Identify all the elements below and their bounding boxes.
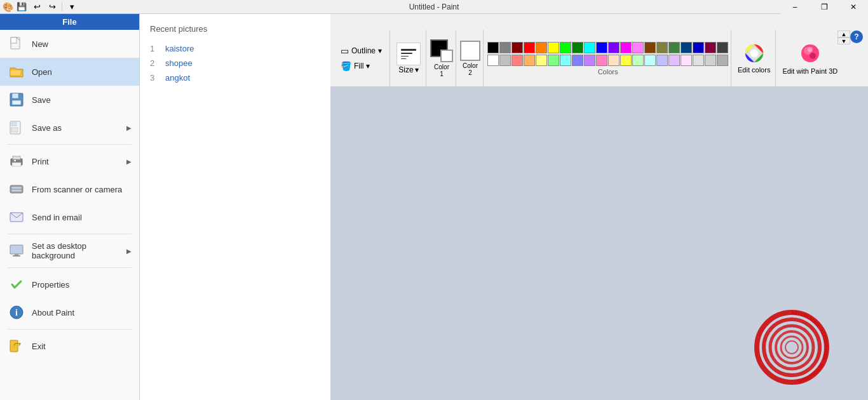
swatch-hotpink[interactable]	[596, 55, 607, 66]
file-menu-header[interactable]: File	[0, 14, 139, 30]
swatch-yellow[interactable]	[548, 42, 559, 53]
swatch-red[interactable]	[524, 42, 535, 53]
swatch-brown[interactable]	[644, 42, 656, 53]
swatch-gray[interactable]	[499, 42, 511, 53]
size-button[interactable]	[397, 43, 421, 65]
scanner-label: From scanner or camera	[32, 185, 132, 194]
save-quick-btn[interactable]: 💾	[15, 1, 29, 13]
swatch-lightyellow[interactable]	[536, 55, 547, 66]
color1-label: Color1	[434, 63, 449, 77]
outline-btn[interactable]: ▭ Outline ▾	[338, 44, 384, 57]
swatch-lightgray[interactable]	[693, 55, 704, 66]
swatch-darkgray[interactable]	[717, 42, 728, 53]
svg-point-7	[764, 319, 820, 375]
open-icon	[8, 63, 25, 81]
swatch-lightgreen[interactable]	[548, 55, 559, 66]
color1-swatch[interactable]	[430, 39, 453, 62]
recent-title: Recent pictures	[150, 24, 320, 34]
fill-icon: 🪣	[341, 61, 351, 71]
recent-name-1[interactable]: kaistore	[165, 44, 194, 53]
save-label: Save	[32, 95, 132, 105]
swatch-cyan[interactable]	[584, 42, 595, 53]
size-chevron-icon: ▾	[415, 65, 419, 74]
close-btn[interactable]: ✕	[839, 0, 868, 14]
menu-item-exit[interactable]: Exit	[0, 332, 139, 360]
redo-btn[interactable]: ↪	[45, 1, 59, 13]
swatch-lightred[interactable]	[512, 55, 523, 66]
swatch-olive[interactable]	[656, 42, 668, 53]
svg-point-1	[750, 50, 758, 57]
svg-text:i: i	[15, 308, 18, 317]
menu-item-about[interactable]: i About Paint	[0, 298, 139, 326]
swatch-white[interactable]	[487, 55, 499, 66]
new-icon	[8, 35, 25, 53]
title-bar: 🎨 💾 ↩ ↪ ▾ Untitled - Paint – ❐ ✕	[0, 0, 868, 14]
swatch-black[interactable]	[487, 42, 499, 53]
color1-group: Color1	[428, 30, 456, 87]
recent-name-2[interactable]: shopee	[165, 58, 193, 68]
swatch-gainsboro[interactable]	[705, 55, 716, 66]
svg-rect-16	[12, 93, 18, 98]
swatch-blue[interactable]	[596, 42, 607, 53]
ribbon-up-btn[interactable]: ▲	[837, 30, 850, 37]
swatch-peach[interactable]	[524, 55, 535, 66]
menu-item-new[interactable]: New	[0, 30, 139, 58]
menu-overlay: File New Open	[0, 14, 330, 400]
swatch-darkpurple[interactable]	[705, 42, 716, 53]
svg-point-10	[781, 337, 803, 358]
paint-icon: 🎨	[3, 2, 13, 12]
outline-icon: ▭	[341, 46, 349, 56]
swatch-silver[interactable]	[499, 55, 511, 66]
swatch-brightyellow[interactable]	[620, 55, 632, 66]
fill-btn[interactable]: 🪣 Fill ▾	[338, 60, 384, 72]
menu-item-print[interactable]: Print ▶	[0, 147, 139, 175]
dropdown-btn[interactable]: ▾	[65, 1, 79, 13]
swatch-mintgreen[interactable]	[632, 55, 644, 66]
swatch-lime[interactable]	[560, 42, 571, 53]
swatch-darksilver[interactable]	[717, 55, 728, 66]
qa-separator	[62, 3, 62, 11]
menu-item-desktop-bg[interactable]: Set as desktop background ▶	[0, 237, 139, 265]
swatch-orange[interactable]	[536, 42, 547, 53]
menu-item-properties[interactable]: Properties	[0, 270, 139, 298]
minimize-btn[interactable]: –	[780, 0, 810, 14]
recent-num-2: 2	[150, 58, 160, 68]
menu-item-scanner[interactable]: From scanner or camera	[0, 175, 139, 203]
menu-item-email[interactable]: Send in email	[0, 203, 139, 231]
edit-colors-button[interactable]: Edit colors	[733, 30, 776, 87]
swatch-darkgreen[interactable]	[668, 42, 680, 53]
swatch-periwinkle[interactable]	[656, 55, 668, 66]
window-controls: – ❐ ✕	[780, 0, 868, 14]
file-menu: File New Open	[0, 14, 140, 400]
color2-swatch[interactable]	[460, 41, 480, 61]
swatch-lightblue[interactable]	[572, 55, 583, 66]
swatch-skin[interactable]	[608, 55, 620, 66]
window-title: Untitled - Paint	[409, 3, 459, 11]
swatch-blush[interactable]	[681, 55, 692, 66]
recent-name-3[interactable]: angkot	[165, 73, 190, 83]
menu-item-save-as[interactable]: Save as ▶	[0, 114, 139, 142]
undo-btn[interactable]: ↩	[30, 1, 44, 13]
swatch-lilac[interactable]	[668, 55, 680, 66]
size-group: Size ▾	[391, 30, 426, 87]
swatch-lightcyan[interactable]	[560, 55, 571, 66]
maximize-btn[interactable]: ❐	[810, 0, 839, 14]
swatch-green[interactable]	[572, 42, 583, 53]
color1-background	[440, 50, 453, 62]
recent-item-2[interactable]: 2 shopee	[150, 56, 320, 70]
swatch-navyblue[interactable]	[681, 42, 692, 53]
edit-with-paint3d-button[interactable]: Edit with Paint 3D	[777, 30, 843, 87]
swatch-maroon[interactable]	[512, 42, 523, 53]
menu-item-save[interactable]: Save	[0, 86, 139, 114]
menu-item-open[interactable]: Open	[0, 58, 139, 86]
recent-item-1[interactable]: 1 kaistore	[150, 41, 320, 56]
swatch-purple[interactable]	[608, 42, 620, 53]
swatch-darkblue[interactable]	[693, 42, 704, 53]
swatch-lavender[interactable]	[584, 55, 595, 66]
swatch-lightaqua[interactable]	[644, 55, 656, 66]
swatch-pink[interactable]	[632, 42, 644, 53]
recent-item-3[interactable]: 3 angkot	[150, 70, 320, 85]
swatch-magenta[interactable]	[620, 42, 632, 53]
ribbon-down-btn[interactable]: ▼	[837, 37, 850, 44]
separator-3	[8, 267, 132, 268]
